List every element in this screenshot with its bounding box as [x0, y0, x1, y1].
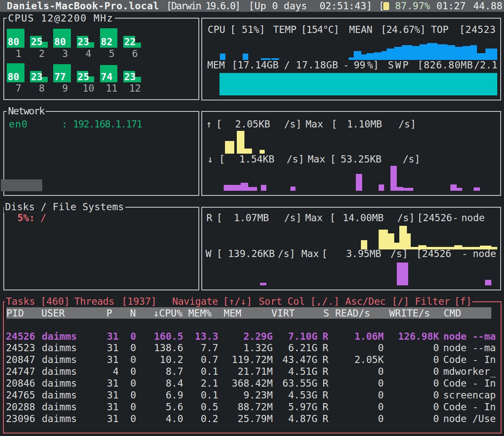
history-bar: [387, 49, 394, 60]
history-bar: [402, 45, 412, 60]
core-usage-percent: 82: [101, 36, 113, 48]
cell-p: 4: [113, 366, 119, 377]
cell-mem_pct: 0.1: [201, 389, 218, 401]
cell-n: 0: [130, 413, 136, 425]
mem-used-value: [17.14GB: [232, 59, 279, 71]
history-bar: [420, 44, 427, 60]
cell-s: R: [322, 401, 328, 413]
cell-read: 0: [378, 342, 384, 354]
column-header-status[interactable]: S: [323, 307, 329, 319]
sort-col-hint: Col: [287, 295, 305, 307]
cell-cpu: 8.4: [165, 377, 183, 389]
cpu-usage-value: [ 51%]: [230, 24, 265, 35]
cell-cmd: Code - In: [443, 401, 496, 413]
cell-write: 0: [433, 389, 439, 401]
column-header-pid[interactable]: PID: [6, 307, 24, 319]
uptime-time: 02:51:43]: [320, 0, 372, 12]
cell-mem: 368.42M: [232, 377, 273, 389]
cell-pid: 24765: [6, 389, 35, 401]
cell-cmd: Code - In: [443, 377, 496, 389]
filter-keys: [f]: [454, 295, 472, 307]
cell-n: 0: [130, 366, 136, 377]
mem-dash: -: [343, 59, 349, 71]
mem-slash: /: [284, 59, 290, 71]
cell-mem_pct: 0.2: [201, 413, 218, 425]
history-bar: [437, 44, 447, 60]
cell-read: 0: [378, 401, 384, 413]
uptime-label: [Up 0 days: [249, 0, 307, 12]
cell-s: R: [322, 342, 328, 354]
column-header-cmd[interactable]: CMD: [444, 307, 461, 319]
cell-pid: 20288: [6, 401, 35, 413]
cell-virt: 4.51G: [288, 366, 317, 377]
upload-max-label: Max: [306, 118, 323, 130]
cell-read: 0: [378, 377, 384, 389]
column-header-cpu-sort[interactable]: ↓CPU%: [153, 307, 182, 319]
read-max-label: Max: [305, 212, 323, 224]
process-row-24747[interactable]: 24747daimms408.70.121.71M4.51GR00mdworke…: [0, 366, 504, 377]
asc-dec-hint: Asc/Dec: [345, 295, 386, 307]
core-index: 3: [59, 48, 71, 60]
navigate-hint: Navigate: [172, 295, 218, 307]
network-down-line: ↓ [ 1.54KB /s] Max [ 53.25KB /s]: [0, 153, 504, 165]
cpu-stats-line: CPU [ 51%] TEMP [154°C] MEAN [24.67%] TO…: [0, 24, 504, 35]
os-version: [Darwin 19.6.0]: [166, 0, 240, 12]
column-header-nice[interactable]: N: [130, 307, 136, 319]
cell-cpu: 138.6: [154, 342, 183, 354]
core-index: 5: [106, 48, 118, 60]
process-row-20847[interactable]: 20847daimms31010.20.7119.72M43.47GR2.05K…: [0, 354, 504, 366]
write-top-proc-dash: -: [462, 248, 468, 260]
cell-read: 2.05K: [355, 354, 384, 366]
battery-percent: 87.97%: [395, 0, 430, 12]
column-header-user[interactable]: USER: [41, 307, 65, 319]
cpu-temp-value: [154°C]: [301, 24, 339, 35]
cell-pid: 24526: [6, 330, 35, 342]
column-header-mem[interactable]: MEM: [224, 307, 241, 319]
core-index: 6: [129, 48, 141, 60]
history-bar: [447, 45, 455, 60]
read-top-proc-pid: [24526: [417, 212, 452, 224]
write-unit: /s]: [278, 248, 295, 260]
read-rate: 1.07MB: [234, 212, 269, 224]
history-bar: [455, 47, 463, 60]
disks-panel-title: Disks / File Systems: [4, 201, 125, 213]
cell-mem_pct: 0.5: [201, 401, 218, 413]
write-rate: 139.26KB: [228, 248, 275, 260]
cell-user: daimms: [42, 354, 77, 366]
process-row-20288[interactable]: 20288daimms3105.60.588.72M5.97GR00Code -…: [0, 401, 504, 413]
column-header-priority[interactable]: P: [106, 307, 112, 319]
cell-n: 0: [130, 330, 136, 342]
core-index: 9: [59, 82, 71, 94]
column-header-read[interactable]: READ/s: [335, 307, 370, 319]
process-row-24765[interactable]: 24765daimms3106.90.19.23M4.53GR00screenc…: [0, 389, 504, 401]
write-label: W: [206, 248, 211, 260]
cell-p: 31: [107, 401, 119, 413]
upload-open: [: [216, 118, 222, 130]
download-unit: /s]: [287, 153, 304, 165]
cell-mem_pct: 7.7: [201, 342, 218, 354]
process-row-24526[interactable]: 24526daimms310160.513.32.29G7.10GR1.06M1…: [0, 330, 504, 342]
mem-percent: 99: [354, 59, 366, 71]
cpu-panel-title: CPUS 12@2200 MHz: [7, 12, 115, 24]
cell-mem_pct: 13.3: [195, 330, 218, 342]
core-usage-percent: 77: [54, 71, 66, 83]
core-index: 4: [82, 48, 94, 60]
mem-percent-close: %]: [367, 59, 379, 71]
history-bar: [241, 183, 248, 191]
process-row-24523[interactable]: 24523daimms310138.67.71.32G6.21GR00node …: [0, 342, 504, 354]
cell-user: daimms: [42, 366, 77, 377]
column-header-write[interactable]: WRITE/s: [389, 307, 430, 319]
write-open: [: [217, 248, 222, 260]
load-average: 44.88: [473, 0, 502, 12]
cell-s: R: [322, 377, 328, 389]
column-header-mem-percent[interactable]: MEM%: [188, 307, 211, 319]
process-row-20846[interactable]: 20846daimms3108.42.1368.42M63.55GR00Code…: [0, 377, 504, 389]
history-bar: [470, 45, 477, 60]
history-bar: [224, 185, 241, 191]
cell-cpu: 8.7: [165, 366, 183, 377]
column-header-virt[interactable]: VIRT: [271, 307, 295, 319]
cell-read: 1.06M: [355, 330, 384, 342]
process-row-23096[interactable]: 23096daimms3104.00.225.79M4.87GR00node /…: [0, 413, 504, 425]
cell-s: R: [322, 330, 328, 342]
swap-slash: /: [474, 59, 480, 71]
